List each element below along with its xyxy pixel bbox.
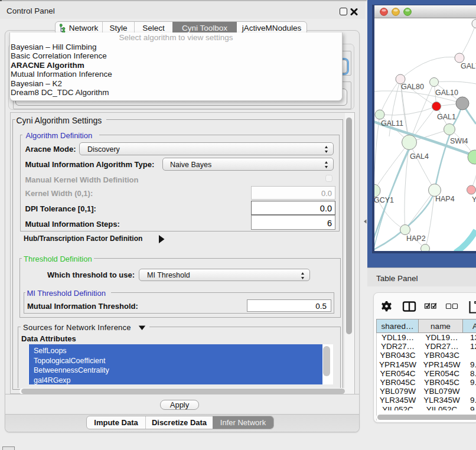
svg-text:GAL10: GAL10 xyxy=(435,89,458,97)
svg-text:GAL1: GAL1 xyxy=(437,113,456,121)
svg-text:GCY1: GCY1 xyxy=(374,196,394,204)
svg-text:Y: Y xyxy=(472,195,476,204)
svg-text:GAL7: GAL7 xyxy=(461,62,476,70)
svg-text:HAP2: HAP2 xyxy=(406,234,426,243)
svg-text:SWI4: SWI4 xyxy=(450,137,468,145)
svg-text:GAL4: GAL4 xyxy=(410,152,429,161)
svg-text:GAL11: GAL11 xyxy=(381,119,403,128)
svg-text:GAL80: GAL80 xyxy=(401,83,424,91)
svg-text:HAP4: HAP4 xyxy=(435,195,455,203)
